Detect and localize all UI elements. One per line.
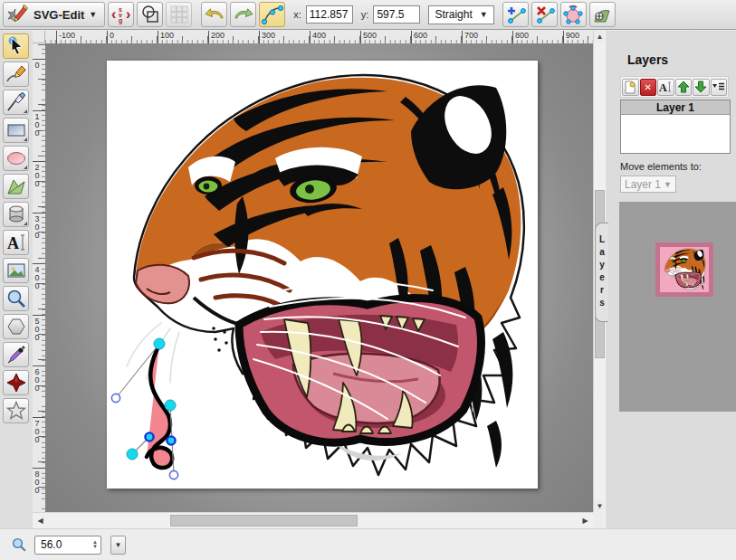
ruler-top-label: 900 xyxy=(563,31,579,43)
tool-maltese-cross[interactable] xyxy=(3,370,29,395)
source-code-icon: ‹ › s v g xyxy=(111,5,131,24)
ruler-left-label: 300 xyxy=(33,213,45,239)
ruler-left: 0100200300400500600700800 xyxy=(33,43,45,512)
move-layer-down-button[interactable] xyxy=(693,79,710,96)
tool-zoom[interactable] xyxy=(3,286,29,311)
main-menu-label: SVG-Edit xyxy=(33,8,84,22)
scroll-right-icon[interactable]: ▶ xyxy=(579,515,591,527)
layers-panel-handle[interactable]: Layers xyxy=(595,223,608,322)
workarea[interactable] xyxy=(45,43,593,512)
canvas-thumbnail[interactable] xyxy=(655,242,713,297)
layers-handle-label: Layers xyxy=(597,234,607,310)
tool-image[interactable] xyxy=(3,258,29,283)
wireframe-button[interactable] xyxy=(137,2,163,27)
ruler-top-label: 200 xyxy=(208,31,225,43)
link-control-points-icon xyxy=(262,4,283,25)
new-layer-button[interactable] xyxy=(622,79,639,96)
path-node[interactable] xyxy=(167,436,175,444)
y-coordinate-input[interactable] xyxy=(373,5,420,24)
grid-button[interactable] xyxy=(166,2,192,27)
path-node[interactable] xyxy=(127,449,138,460)
tool-star[interactable] xyxy=(3,398,29,423)
ruler-left-label: 0 xyxy=(33,59,45,69)
move-elements-select[interactable]: Layer 1 ▼ xyxy=(620,176,676,193)
delete-layer-button[interactable]: ✕ xyxy=(640,79,657,96)
layer-menu-button[interactable] xyxy=(711,79,728,96)
undo-button[interactable] xyxy=(201,2,227,27)
undo-icon xyxy=(204,4,225,25)
tool-eyedropper[interactable] xyxy=(3,342,29,367)
control-handle[interactable] xyxy=(111,394,119,402)
path-node[interactable] xyxy=(165,400,176,411)
insert-node-icon xyxy=(504,4,526,25)
move-elements-value: Layer 1 xyxy=(625,178,661,191)
tool-select[interactable] xyxy=(3,33,29,59)
svg-text:A: A xyxy=(7,234,19,252)
ruler-top-label: 100 xyxy=(158,31,174,43)
path-node[interactable] xyxy=(145,432,153,441)
ruler-top-label: -100 xyxy=(56,31,75,43)
thumbnail-artwork xyxy=(660,247,709,292)
move-elements-label: Move elements to: xyxy=(620,161,736,172)
ruler-top-label: 0 xyxy=(107,31,114,43)
open-close-path-button[interactable] xyxy=(560,2,587,27)
link-control-points-button[interactable] xyxy=(259,2,285,27)
ruler-left-label: 800 xyxy=(33,468,45,494)
zoom-level-input[interactable]: 56.0 ▲▼ xyxy=(34,536,101,555)
layer-up-icon xyxy=(677,81,690,93)
rename-layer-button[interactable]: A xyxy=(657,79,674,96)
ruler-top-label: 600 xyxy=(411,31,427,43)
delete-node-icon xyxy=(533,4,555,25)
ruler-top-label: 800 xyxy=(512,31,529,43)
ruler-top-label: 400 xyxy=(310,31,326,43)
zoom-preset-dropdown[interactable]: ▼ xyxy=(110,536,126,555)
segment-type-select[interactable]: Straight ▼ xyxy=(428,5,493,24)
tool-path[interactable] xyxy=(3,174,29,199)
horizontal-scrollbar[interactable]: ◀ ▶ xyxy=(33,512,593,528)
tool-shape-library[interactable] xyxy=(3,202,29,227)
svg-edit-logo-icon xyxy=(7,4,29,25)
insert-node-button[interactable] xyxy=(502,2,529,27)
redo-button[interactable] xyxy=(230,2,256,27)
polygon-tool-icon xyxy=(5,316,27,337)
layer-toolbar: ✕ A xyxy=(620,76,729,98)
tool-line[interactable] xyxy=(3,90,29,115)
zoom-stepper-icon[interactable]: ▲▼ xyxy=(92,540,98,549)
ruler-left-label: 500 xyxy=(33,315,45,341)
tiger-left-eye xyxy=(195,176,222,195)
ruler-left-label: 700 xyxy=(33,417,45,443)
line-tool-icon xyxy=(5,91,27,113)
tool-polygon[interactable] xyxy=(3,314,29,339)
delete-node-button[interactable] xyxy=(531,2,558,27)
ruler-corner xyxy=(33,31,45,43)
svg-canvas[interactable] xyxy=(107,61,538,489)
scroll-left-icon[interactable]: ◀ xyxy=(34,515,46,527)
control-handle[interactable] xyxy=(169,470,177,479)
segment-type-value: Straight xyxy=(435,8,472,21)
status-bar: 56.0 ▲▼ ▼ xyxy=(0,528,736,560)
wireframe-icon xyxy=(140,5,160,24)
rectangle-tool-icon xyxy=(5,119,27,141)
source-code-button[interactable]: ‹ › s v g xyxy=(108,2,134,27)
svg-text:‹: ‹ xyxy=(111,6,116,22)
ruler-top: -1000100200300400500600700800900100 xyxy=(45,31,593,43)
tool-rectangle[interactable] xyxy=(3,118,29,143)
zoom-level-value: 56.0 xyxy=(41,538,62,551)
tool-ellipse[interactable] xyxy=(3,146,29,171)
image-tool-icon xyxy=(5,260,27,281)
tool-pencil[interactable] xyxy=(3,62,29,87)
layer-list: Layer 1 xyxy=(620,100,731,154)
ruler-top-label: 500 xyxy=(360,31,377,43)
layer-row[interactable]: Layer 1 xyxy=(621,100,730,115)
ellipse-tool-icon xyxy=(5,147,27,169)
main-menu-button[interactable]: SVG-Edit ▼ xyxy=(3,2,105,27)
path-node[interactable] xyxy=(154,338,165,349)
left-tool-palette: A xyxy=(0,31,33,530)
x-coordinate-input[interactable] xyxy=(306,5,353,24)
add-subpath-button[interactable] xyxy=(589,2,616,27)
ruler-left-label: 100 xyxy=(33,110,45,137)
move-layer-up-button[interactable] xyxy=(675,79,693,96)
tool-text[interactable]: A xyxy=(3,230,29,255)
horizontal-scroll-thumb[interactable] xyxy=(170,515,358,527)
ruler-top-label: 300 xyxy=(259,31,275,43)
